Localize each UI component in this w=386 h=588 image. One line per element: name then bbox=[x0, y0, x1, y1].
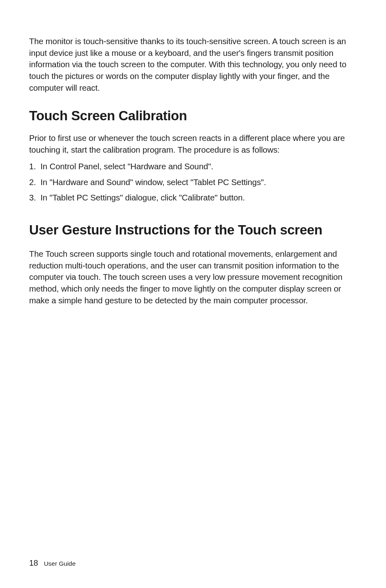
page-footer: 18 User Guide bbox=[29, 558, 76, 568]
list-text: In "Tablet PC Settings" dialogue, click … bbox=[40, 193, 245, 202]
list-number: 3. bbox=[29, 192, 36, 204]
page-number: 18 bbox=[29, 558, 38, 567]
list-text: In Control Panel, select "Hardware and S… bbox=[40, 162, 213, 171]
list-number: 1. bbox=[29, 161, 36, 173]
list-item: 1. In Control Panel, select "Hardware an… bbox=[29, 161, 358, 173]
section-heading-gestures: User Gesture Instructions for the Touch … bbox=[29, 221, 358, 239]
section-paragraph-gestures: The Touch screen supports single touch a… bbox=[29, 248, 358, 306]
section-heading-calibration: Touch Screen Calibration bbox=[29, 108, 358, 124]
list-number: 2. bbox=[29, 177, 36, 188]
list-item: 3. In "Tablet PC Settings" dialogue, cli… bbox=[29, 192, 358, 204]
list-text: In "Hardware and Sound" window, select "… bbox=[40, 177, 266, 187]
intro-paragraph: The monitor is touch-sensitive thanks to… bbox=[29, 36, 358, 94]
section-paragraph-calibration: Prior to first use or whenever the touch… bbox=[29, 132, 358, 156]
list-item: 2. In "Hardware and Sound" window, selec… bbox=[29, 177, 358, 188]
doc-title: User Guide bbox=[44, 560, 75, 567]
calibration-steps-list: 1. In Control Panel, select "Hardware an… bbox=[29, 161, 358, 204]
